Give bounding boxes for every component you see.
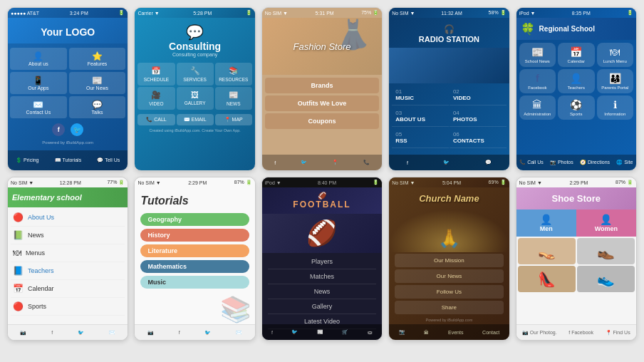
church-follow[interactable]: Follow Us: [395, 285, 503, 299]
nav-contact-9[interactable]: Contact: [482, 330, 499, 335]
nav-tickets-8[interactable]: 🎟: [368, 330, 373, 335]
app-regional-school[interactable]: iPod ▼ 8:35 PM 🔋 🍀 Regional School 📰Scho…: [516, 7, 637, 171]
menu-gallery[interactable]: 🖼GALLERY: [177, 87, 214, 110]
menu-about-us[interactable]: 🔴About Us: [11, 209, 125, 227]
nav-tell-us[interactable]: 💬 Tell Us: [97, 157, 120, 163]
menu-services[interactable]: 🔧SERVICES: [177, 63, 214, 86]
nav-callus[interactable]: 📞 Call Us: [519, 160, 544, 165]
icon-teachers[interactable]: 👤Teachers: [558, 69, 594, 93]
nav-site[interactable]: 🌐 Site: [616, 160, 633, 165]
football-gallery[interactable]: Gallery: [268, 299, 376, 314]
tab-women[interactable]: 👤 Women: [576, 210, 636, 237]
nav-facebook-3[interactable]: f: [274, 160, 276, 165]
menu-news[interactable]: 📰NEWS: [215, 87, 252, 110]
icon-lunch[interactable]: 🍽Lunch Menu: [597, 43, 633, 67]
icon-talks[interactable]: 💬Talks: [69, 96, 126, 118]
church-share[interactable]: Share: [395, 301, 503, 314]
nav-contacts-3[interactable]: 📞: [363, 160, 370, 165]
nav-1-7[interactable]: 📷: [147, 330, 154, 336]
nav-fb-10[interactable]: f Facebook: [568, 330, 593, 335]
icon-contact[interactable]: ✉️Contact Us: [10, 96, 67, 118]
btn-brands[interactable]: Brands: [265, 78, 379, 93]
btn-outfits[interactable]: Outfits We Love: [265, 95, 379, 111]
nav-fb-6[interactable]: f: [51, 330, 53, 335]
content-contacts[interactable]: 06CONTACTS: [450, 128, 507, 148]
football-matches[interactable]: Matches: [268, 269, 376, 284]
church-mission[interactable]: Our Mission: [395, 254, 503, 267]
nav-4-7[interactable]: ✉️: [236, 330, 242, 336]
app-radio-station[interactable]: No SIM ▼ 11:32 AM 58% 🔋 🎧 RADIO STATION …: [388, 7, 509, 171]
app-your-logo[interactable]: ●●●●● AT&T 3:24 PM 🔋 Your LOGO 👤About us…: [7, 7, 128, 171]
shoe-img-3[interactable]: 👠: [518, 266, 576, 292]
icon-sports[interactable]: ⚽Sports: [558, 95, 594, 120]
nav-tutorials[interactable]: 📖 Tutorials: [55, 157, 81, 163]
app-consulting[interactable]: Carrier ▼ 5:28 PM 🔋 💬 Consulting Consult…: [134, 7, 255, 171]
nav-location-3[interactable]: 📍: [332, 160, 338, 165]
icon-school-news[interactable]: 📰School News: [519, 43, 556, 67]
menu-video[interactable]: 🎥VIDEO: [137, 87, 175, 110]
content-about[interactable]: 03ABOUT US: [392, 106, 449, 127]
nav-tellus-4[interactable]: 💬: [485, 160, 492, 165]
app-church[interactable]: No SIM ▼ 5:04 PM 69% 🔋 Church Name 🙏 Our…: [388, 177, 509, 341]
nav-findus-10[interactable]: 📍 Find Us: [606, 330, 630, 336]
menu-news-6[interactable]: 📗News: [11, 227, 125, 244]
btn-coupons[interactable]: Coupons: [265, 113, 379, 129]
nav-2-7[interactable]: f: [179, 330, 180, 335]
nav-2-9[interactable]: 🏛: [424, 330, 429, 335]
icon-parents[interactable]: 👨‍👩‍👦Parents Portal: [597, 69, 633, 93]
football-news[interactable]: News: [268, 284, 376, 299]
church-news[interactable]: Our News: [395, 269, 503, 283]
content-rss[interactable]: 05RSS: [392, 128, 449, 148]
menu-sports[interactable]: 🔴Sports: [11, 298, 125, 316]
nav-1-9[interactable]: 📷: [399, 329, 405, 335]
content-music[interactable]: 01MUSIC: [392, 85, 449, 105]
app-shoe-store[interactable]: No SIM ▼ 2:29 PM 87% 🔋 Shoe Store 👤 Men …: [516, 177, 637, 341]
nav-pricing[interactable]: 💲 Pricing: [16, 157, 38, 163]
shoe-img-4[interactable]: 👟: [577, 266, 635, 292]
tut-music[interactable]: Music: [140, 276, 249, 289]
shoe-img-1[interactable]: 👡: [518, 238, 576, 264]
nav-tw-4[interactable]: 🐦: [443, 160, 450, 165]
nav-contact-6[interactable]: ✉️: [109, 330, 115, 336]
football-players[interactable]: Players: [268, 254, 376, 269]
menu-teachers[interactable]: 📘Teachers: [11, 262, 125, 280]
app-tutorials[interactable]: No SIM ▼ 2:29 PM 87% 🔋 Tutorials Geograp…: [134, 177, 255, 341]
content-photos[interactable]: 04PHOTOS: [450, 106, 507, 127]
icon-facebook-5[interactable]: fFacebook: [519, 69, 556, 93]
nav-photography[interactable]: 📷 Our Photog.: [522, 330, 557, 336]
nav-news-8[interactable]: 📰: [317, 329, 323, 335]
menu-menus[interactable]: 🍽Menus: [11, 244, 125, 262]
nav-fb-8[interactable]: f: [271, 330, 273, 335]
app-fashion-store[interactable]: No SIM ▼ 5:31 PM 75% 🔋 Fashion Store 👗 B…: [261, 7, 383, 171]
nav-shop-8[interactable]: 🛒: [342, 329, 348, 335]
icon-features[interactable]: ⭐Features: [69, 48, 126, 70]
nav-tw-8[interactable]: 🐦: [291, 329, 298, 335]
menu-resources[interactable]: 📚RESOURCES: [215, 63, 252, 86]
app-football[interactable]: iPod ▼ 8:40 PM 🔋 🏈 FOOTBALL 🏈 Players Ma…: [261, 177, 383, 341]
tut-geography[interactable]: Geography: [140, 213, 249, 226]
menu-calendar-6[interactable]: 📅Calendar: [11, 280, 125, 298]
icon-admin[interactable]: 🏛Administration: [519, 95, 556, 120]
nav-photos[interactable]: 📷 Photos: [550, 160, 573, 165]
tut-history[interactable]: History: [140, 229, 249, 242]
icon-our-apps[interactable]: 📱Our Apps: [10, 72, 67, 94]
nav-directions[interactable]: 🧭 Directions: [580, 160, 610, 165]
nav-events-9[interactable]: Events: [448, 330, 463, 335]
nav-twitter-3[interactable]: 🐦: [301, 160, 307, 165]
nav-tw-6[interactable]: 🐦: [78, 330, 84, 336]
facebook-icon[interactable]: f: [52, 123, 65, 136]
nav-fb-4[interactable]: f: [407, 160, 408, 165]
icon-our-news[interactable]: 📰Our News: [69, 72, 126, 94]
app-elementary-school[interactable]: No SIM ▼ 12:28 PM 77% 🔋 Elementary schoo…: [7, 177, 128, 341]
tab-men[interactable]: 👤 Men: [516, 210, 576, 237]
contact-map[interactable]: 📍 MAP: [215, 114, 252, 125]
tut-mathematics[interactable]: Mathematics: [140, 260, 249, 273]
icon-info[interactable]: ℹInformation: [597, 95, 633, 120]
twitter-icon[interactable]: 🐦: [71, 123, 83, 136]
nav-3-7[interactable]: 🐦: [204, 330, 211, 336]
nav-photos-6[interactable]: 📷: [20, 330, 26, 336]
contact-email[interactable]: ✉️ EMAIL: [177, 114, 214, 125]
shoe-img-2[interactable]: 👞: [577, 238, 635, 264]
content-video[interactable]: 02VIDEO: [450, 85, 507, 105]
menu-schedule[interactable]: 📅SCHEDULE: [137, 63, 175, 86]
